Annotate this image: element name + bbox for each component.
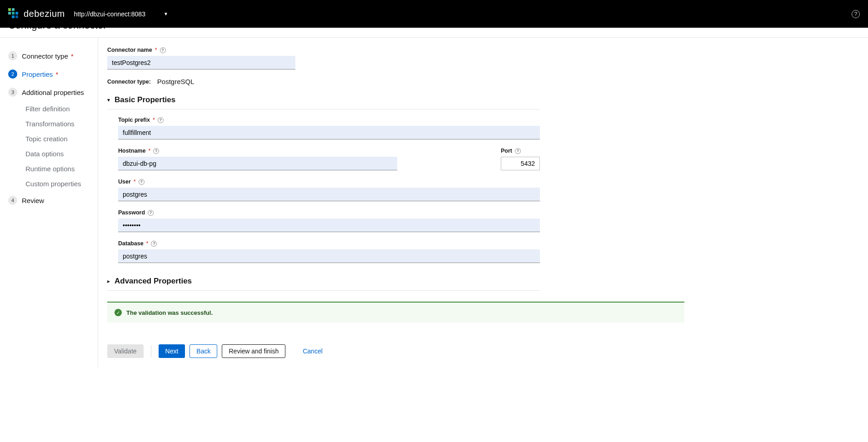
brand-logo[interactable]: debezium (8, 8, 65, 20)
page-title: Configure a connector (8, 28, 106, 31)
connector-name-input[interactable] (107, 56, 295, 70)
alert-text: The validation was successful. (126, 309, 213, 316)
wizard-step-review[interactable]: 4 Review (8, 191, 91, 209)
wizard-substep-runtime-options[interactable]: Runtime options (8, 161, 91, 176)
required-star: * (155, 47, 157, 53)
validate-button[interactable]: Validate (107, 344, 144, 358)
port-input[interactable] (501, 157, 540, 170)
advanced-properties-header[interactable]: ▸ Advanced Properties (107, 271, 540, 291)
wizard-substep-transformations[interactable]: Transformations (8, 116, 91, 131)
help-icon[interactable]: ? (148, 210, 154, 216)
wizard-step-additional-properties[interactable]: 3 Additional properties (8, 83, 91, 101)
wizard-substep-filter-definition[interactable]: Filter definition (8, 101, 91, 116)
user-input[interactable] (118, 188, 540, 201)
port-group: Port ? (501, 148, 540, 170)
hostname-port-row: Hostname * ? Port ? (118, 148, 540, 179)
hostname-label: Hostname (118, 148, 145, 154)
connector-type-row: Connector type: PostgreSQL (107, 78, 784, 85)
validation-alert: ✓ The validation was successful. (107, 302, 684, 323)
check-circle-icon: ✓ (115, 309, 122, 316)
back-button[interactable]: Back (190, 344, 217, 358)
svg-rect-2 (8, 12, 11, 15)
chevron-down-icon: ▼ (164, 11, 168, 16)
section-title: Basic Properties (115, 95, 175, 104)
database-label: Database (118, 240, 144, 247)
topic-prefix-label: Topic prefix (118, 117, 150, 123)
help-icon[interactable]: ? (139, 179, 145, 185)
svg-rect-4 (15, 12, 18, 15)
page-title-row: Configure a connector (0, 28, 868, 38)
step-label: Additional properties (22, 89, 84, 96)
next-button[interactable]: Next (159, 344, 185, 358)
wizard-footer: Validate Next Back Review and finish Can… (107, 344, 784, 358)
required-star: * (146, 240, 149, 247)
basic-properties-header[interactable]: ▾ Basic Properties (107, 90, 540, 109)
top-bar: debezium http://dbzui-connect:8083 ▼ ? (0, 0, 868, 28)
topic-prefix-input[interactable] (118, 126, 540, 139)
step-label: Properties * (22, 70, 58, 78)
password-input[interactable] (118, 219, 540, 232)
help-icon[interactable]: ? (852, 10, 860, 18)
chevron-down-icon: ▾ (107, 97, 110, 103)
wizard-step-connector-type[interactable]: 1 Connector type * (8, 47, 91, 65)
wizard-substep-custom-properties[interactable]: Custom properties (8, 176, 91, 191)
help-icon[interactable]: ? (153, 148, 159, 154)
cancel-button[interactable]: Cancel (296, 344, 329, 358)
debezium-logo-icon (8, 8, 20, 20)
step-badge: 4 (8, 196, 17, 205)
section-title: Advanced Properties (115, 277, 192, 286)
svg-rect-1 (12, 8, 15, 11)
topic-prefix-group: Topic prefix * ? (118, 117, 540, 139)
help-icon[interactable]: ? (158, 117, 164, 123)
brand-name: debezium (24, 9, 65, 19)
required-star: * (153, 117, 155, 123)
wizard-step-properties[interactable]: 2 Properties * (8, 65, 91, 83)
cluster-selector[interactable]: http://dbzui-connect:8083 ▼ (74, 10, 168, 18)
required-star: * (134, 179, 136, 185)
connector-name-group: Connector name * ? (107, 47, 784, 70)
database-input[interactable] (118, 249, 540, 263)
step-label: Review (22, 197, 44, 204)
database-group: Database * ? (118, 240, 540, 263)
help-icon[interactable]: ? (151, 241, 157, 247)
step-label: Connector type * (22, 52, 74, 60)
chevron-right-icon: ▸ (107, 278, 110, 284)
connector-type-label: Connector type: (107, 79, 151, 85)
help-icon[interactable]: ? (515, 148, 521, 154)
password-group: Password ? (118, 209, 540, 232)
port-label: Port (501, 148, 512, 154)
step-badge: 2 (8, 70, 17, 79)
required-star: * (148, 148, 150, 154)
step-badge: 3 (8, 88, 17, 97)
connector-type-value: PostgreSQL (157, 78, 195, 85)
wizard-substep-topic-creation[interactable]: Topic creation (8, 131, 91, 146)
password-label: Password (118, 209, 145, 216)
review-and-finish-button[interactable]: Review and finish (222, 344, 285, 358)
form-content: Connector name * ? Connector type: Postg… (98, 38, 789, 367)
svg-rect-5 (12, 15, 15, 18)
help-icon[interactable]: ? (160, 47, 166, 53)
step-badge: 1 (8, 51, 17, 60)
hostname-group: Hostname * ? (118, 148, 397, 170)
svg-rect-0 (8, 8, 11, 11)
user-label: User (118, 179, 131, 185)
wizard-substep-data-options[interactable]: Data options (8, 146, 91, 161)
wizard-nav: 1 Connector type * 2 Properties * 3 Addi… (0, 38, 98, 367)
divider (151, 345, 151, 357)
svg-rect-6 (15, 15, 18, 18)
cluster-url: http://dbzui-connect:8083 (74, 10, 145, 18)
hostname-input[interactable] (118, 157, 397, 170)
connector-name-label: Connector name (107, 47, 152, 53)
svg-rect-3 (12, 12, 15, 15)
user-group: User * ? (118, 179, 540, 201)
